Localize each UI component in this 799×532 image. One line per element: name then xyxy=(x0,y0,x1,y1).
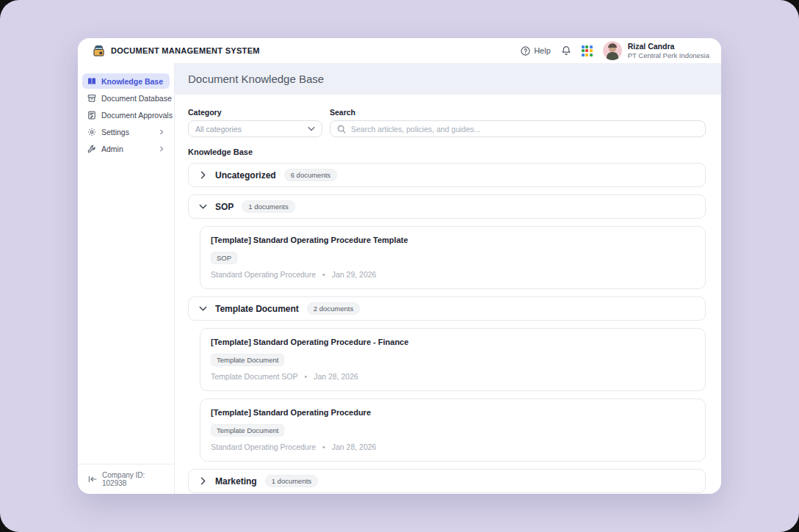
help-question-icon xyxy=(521,46,530,56)
top-bar: DOCUMENT MANAGEMENT SYSTEM Help xyxy=(78,38,721,63)
collapse-sidebar-icon xyxy=(88,475,97,483)
filters-row: Category All categories Search xyxy=(188,108,706,137)
document-title: [Template] Standard Operating Procedure xyxy=(211,408,695,417)
search-box xyxy=(330,120,706,137)
section-name: Template Document xyxy=(215,304,299,314)
user-name: Rizal Candra xyxy=(628,42,709,51)
document-category: Standard Operating Procedure xyxy=(211,442,316,451)
meta-separator: • xyxy=(322,270,325,279)
sidebar: Knowledge Base Document Database xyxy=(78,63,175,494)
bell-icon xyxy=(561,45,571,56)
sidebar-item-document-approvals[interactable]: Document Approvals xyxy=(82,107,170,123)
sidebar-item-label: Settings xyxy=(101,128,153,136)
apps-grid-icon xyxy=(582,45,593,57)
help-label: Help xyxy=(534,46,551,55)
page-header: Document Knowledge Base xyxy=(175,63,721,95)
book-icon xyxy=(87,77,96,86)
sidebar-item-label: Admin xyxy=(101,145,153,153)
main-content: Document Knowledge Base Category All cat… xyxy=(175,63,721,494)
sidebar-item-label: Knowledge Base xyxy=(101,77,164,86)
chevron-right-icon xyxy=(199,477,207,485)
document-date: Jan 28, 2026 xyxy=(332,442,377,451)
search-input[interactable] xyxy=(351,125,698,134)
sidebar-nav: Knowledge Base Document Database xyxy=(82,73,170,156)
document-title: [Template] Standard Operating Procedure … xyxy=(211,236,695,244)
document-title: [Template] Standard Operating Procedure … xyxy=(211,338,695,346)
user-company: PT Central Perk Indonesia xyxy=(628,51,709,60)
section-count-badge: 2 documents xyxy=(307,302,360,315)
notifications-button[interactable] xyxy=(561,45,571,56)
category-selected-value: All categories xyxy=(195,125,242,134)
section-name: Marketing xyxy=(215,476,257,487)
chevron-down-icon xyxy=(199,203,207,211)
category-label: Category xyxy=(188,108,322,117)
sidebar-item-label: Document Database xyxy=(101,94,172,103)
document-meta: Standard Operating Procedure • Jan 28, 2… xyxy=(211,442,695,451)
knowledge-base-heading: Knowledge Base xyxy=(188,147,706,156)
category-field: Category All categories xyxy=(188,108,322,137)
document-category: Template Document SOP xyxy=(211,372,297,381)
section-docs: [Template] Standard Operating Procedure … xyxy=(200,226,706,289)
search-icon xyxy=(337,125,346,134)
document-card[interactable]: [Template] Standard Operating Procedure … xyxy=(200,226,706,289)
content-area: Category All categories Search xyxy=(175,95,721,494)
section-name: SOP xyxy=(215,202,234,212)
document-signature-icon xyxy=(87,111,96,120)
chevron-right-icon xyxy=(159,129,164,135)
document-card[interactable]: [Template] Standard Operating Procedure … xyxy=(200,328,706,391)
avatar xyxy=(603,41,622,60)
desktop-background: DOCUMENT MANAGEMENT SYSTEM Help xyxy=(0,0,799,532)
section-name: Uncategorized xyxy=(215,170,276,181)
app-window: DOCUMENT MANAGEMENT SYSTEM Help xyxy=(78,38,721,494)
gear-icon xyxy=(87,128,96,136)
page-title: Document Knowledge Base xyxy=(188,73,324,85)
app-title: DOCUMENT MANAGEMENT SYSTEM xyxy=(111,46,260,55)
section-count-badge: 1 documents xyxy=(242,200,294,213)
section-row-marketing[interactable]: Marketing 1 documents xyxy=(188,469,706,493)
document-meta: Template Document SOP • Jan 28, 2026 xyxy=(211,372,695,381)
card-file-box-logo-icon xyxy=(93,45,105,57)
sidebar-footer[interactable]: Company ID: 102938 xyxy=(78,464,174,494)
sidebar-item-knowledge-base[interactable]: Knowledge Base xyxy=(82,73,170,89)
document-tag: SOP xyxy=(211,252,237,264)
section-docs: [Template] Standard Operating Procedure … xyxy=(200,328,706,462)
company-id-label: Company ID: 102938 xyxy=(102,471,164,487)
archive-icon xyxy=(87,94,96,103)
section-row-uncategorized[interactable]: Uncategorized 6 documents xyxy=(188,163,706,187)
apps-grid-button[interactable] xyxy=(582,45,593,57)
section-count-badge: 6 documents xyxy=(284,169,337,181)
top-actions: Help xyxy=(521,41,709,60)
chevron-down-icon xyxy=(199,305,207,313)
chevron-right-icon xyxy=(199,171,207,179)
help-button[interactable]: Help xyxy=(521,46,551,56)
sidebar-item-admin[interactable]: Admin xyxy=(82,141,170,156)
category-select[interactable]: All categories xyxy=(188,120,322,137)
meta-separator: • xyxy=(304,372,307,381)
section-count-badge: 1 documents xyxy=(265,475,318,487)
search-field: Search xyxy=(330,108,706,137)
document-date: Jan 29, 2026 xyxy=(332,270,377,279)
user-menu[interactable]: Rizal Candra PT Central Perk Indonesia xyxy=(603,41,709,60)
document-card[interactable]: [Template] Standard Operating Procedure … xyxy=(200,398,706,462)
document-date: Jan 28, 2026 xyxy=(314,372,358,381)
section-row-sop[interactable]: SOP 1 documents xyxy=(188,194,706,219)
document-tag: Template Document xyxy=(211,354,284,366)
document-meta: Standard Operating Procedure • Jan 29, 2… xyxy=(211,270,695,279)
sidebar-item-document-database[interactable]: Document Database xyxy=(82,90,170,106)
search-label: Search xyxy=(330,108,706,117)
wrench-icon xyxy=(87,145,96,153)
chevron-right-icon xyxy=(159,146,164,152)
brand: DOCUMENT MANAGEMENT SYSTEM xyxy=(93,45,260,57)
document-category: Standard Operating Procedure xyxy=(211,270,316,279)
chevron-down-icon xyxy=(308,126,315,131)
sidebar-item-label: Document Approvals xyxy=(101,111,173,120)
sidebar-item-settings[interactable]: Settings xyxy=(82,124,170,139)
section-row-template-document[interactable]: Template Document 2 documents xyxy=(188,296,706,321)
meta-separator: • xyxy=(322,442,325,451)
document-tag: Template Document xyxy=(211,424,284,437)
